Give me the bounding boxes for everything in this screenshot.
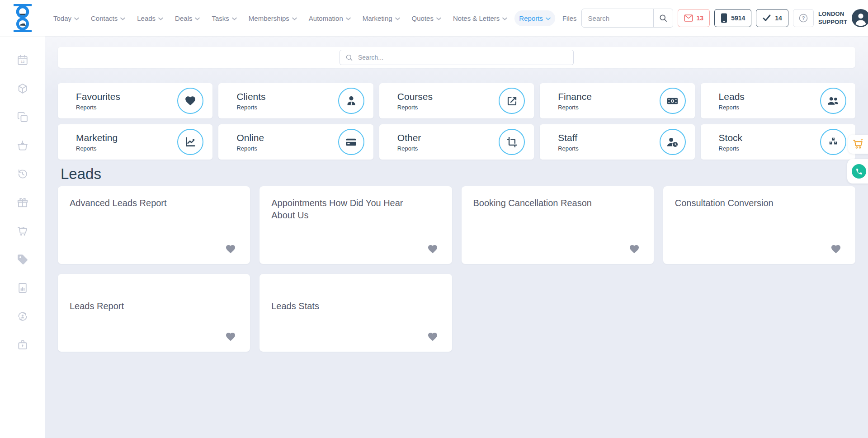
category-title: Courses: [397, 91, 499, 102]
nav-item-reports[interactable]: Reports: [514, 10, 555, 26]
header-search: [581, 9, 673, 28]
category-card-favourites[interactable]: Favourites Reports: [58, 83, 212, 118]
chevron-down-icon: [232, 17, 237, 20]
nav-label: Memberships: [249, 14, 289, 22]
tasks-button[interactable]: 14: [756, 9, 788, 27]
category-text: Marketing Reports: [58, 132, 177, 152]
favourite-heart-icon[interactable]: [830, 243, 842, 255]
category-card-stock[interactable]: Stock Reports: [701, 124, 855, 160]
external-link-icon: [499, 88, 525, 114]
category-subtitle: Reports: [397, 104, 499, 111]
phone-icon: [852, 164, 866, 179]
credit-card-icon: [338, 129, 364, 155]
tasks-count: 14: [775, 14, 782, 22]
category-subtitle: Reports: [719, 145, 820, 152]
category-subtitle: Reports: [558, 104, 659, 111]
nav-item-files[interactable]: Files: [558, 10, 581, 26]
sidebar-user-sync-icon[interactable]: [17, 311, 28, 322]
messages-count: 13: [697, 14, 704, 22]
chevron-down-icon: [120, 17, 125, 20]
category-title: Staff: [558, 132, 659, 143]
sidebar-history-icon[interactable]: [17, 168, 28, 180]
sidebar-price-tag-icon[interactable]: [17, 254, 28, 265]
report-title: Advanced Leads Report: [70, 197, 225, 209]
category-card-online[interactable]: Online Reports: [218, 124, 373, 160]
help-button[interactable]: ?: [793, 9, 814, 27]
category-card-staff[interactable]: Staff Reports: [540, 124, 694, 160]
favourite-heart-icon[interactable]: [225, 243, 236, 255]
nav-item-automation[interactable]: Automation: [304, 10, 355, 26]
floating-call-button[interactable]: [847, 159, 868, 184]
report-title: Leads Stats: [271, 300, 426, 312]
nav-label: Tasks: [212, 14, 229, 22]
report-card-booking-cancellation-reason[interactable]: Booking Cancellation Reason: [462, 186, 654, 264]
nav-item-tasks[interactable]: Tasks: [207, 10, 241, 26]
chevron-down-icon: [292, 17, 297, 20]
report-search: [340, 50, 574, 65]
category-text: Favourites Reports: [58, 91, 177, 111]
chevron-down-icon: [346, 17, 351, 20]
sidebar-package-icon[interactable]: [17, 83, 28, 94]
sidebar-cart-icon[interactable]: [17, 225, 28, 237]
sidebar-bag-arrow-icon[interactable]: [17, 140, 28, 151]
sidebar-report-document-icon[interactable]: [17, 282, 28, 294]
crop-icon: [499, 129, 525, 155]
search-icon: [345, 54, 353, 61]
category-card-clients[interactable]: Clients Reports: [218, 83, 373, 118]
category-card-marketing[interactable]: Marketing Reports: [58, 124, 212, 160]
nav-item-memberships[interactable]: Memberships: [244, 10, 302, 26]
header-search-button[interactable]: [653, 9, 673, 27]
user-clock-icon: [660, 129, 686, 155]
nav-label: Deals: [175, 14, 192, 22]
favourite-heart-icon[interactable]: [628, 243, 640, 255]
category-card-other[interactable]: Other Reports: [379, 124, 534, 160]
category-title: Leads: [719, 91, 820, 102]
report-search-card: [58, 47, 855, 68]
report-card-leads-stats[interactable]: Leads Stats: [259, 274, 452, 352]
category-card-courses[interactable]: Courses Reports: [379, 83, 534, 118]
nav-item-leads[interactable]: Leads: [132, 10, 168, 26]
chevron-down-icon: [436, 17, 441, 20]
sidebar-briefcase-lock-icon[interactable]: [17, 339, 28, 351]
category-subtitle: Reports: [236, 104, 338, 111]
sms-count: 5914: [731, 14, 745, 22]
report-search-input[interactable]: [357, 53, 568, 61]
nav-item-marketing[interactable]: Marketing: [358, 10, 405, 26]
floating-cart-button[interactable]: [848, 135, 868, 154]
nav-label: Leads: [137, 14, 156, 22]
favourite-heart-icon[interactable]: [427, 331, 439, 343]
category-text: Courses Reports: [379, 91, 499, 111]
app-logo[interactable]: [0, 0, 45, 36]
sidebar-gift-icon[interactable]: [17, 197, 28, 208]
category-subtitle: Reports: [397, 145, 499, 152]
report-card-leads-report[interactable]: Leads Report: [58, 274, 250, 352]
category-text: Leads Reports: [701, 91, 820, 111]
category-card-leads[interactable]: Leads Reports: [701, 83, 855, 118]
sidebar-calendar-icon[interactable]: 12: [17, 54, 28, 66]
user-avatar[interactable]: [852, 9, 868, 27]
report-card-advanced-leads-report[interactable]: Advanced Leads Report: [58, 186, 250, 264]
category-card-finance[interactable]: Finance Reports: [540, 83, 694, 118]
favourite-heart-icon[interactable]: [427, 243, 439, 255]
nav-label: Marketing: [363, 14, 392, 22]
chevron-down-icon: [195, 17, 200, 20]
report-title: Appointments How Did You Hear About Us: [271, 197, 426, 221]
sms-button[interactable]: 5914: [714, 9, 751, 27]
nav-label: Reports: [519, 14, 543, 22]
report-card-consultation-conversion[interactable]: Consultation Conversion: [663, 186, 855, 264]
report-card-appointments-how-did-you-hear[interactable]: Appointments How Did You Hear About Us: [259, 186, 452, 264]
user-name[interactable]: LONDON SUPPORT: [818, 10, 847, 26]
nav-label: Quotes: [412, 14, 434, 22]
sidebar-copy-icon[interactable]: [17, 111, 28, 123]
category-text: Staff Reports: [540, 132, 659, 152]
heart-icon: [177, 88, 203, 114]
main-nav: Today Contacts Leads Deals Tasks Members…: [49, 10, 581, 26]
header-search-input[interactable]: [582, 9, 653, 27]
nav-item-today[interactable]: Today: [49, 10, 84, 26]
nav-item-contacts[interactable]: Contacts: [86, 10, 130, 26]
messages-button[interactable]: 13: [678, 9, 710, 27]
nav-item-notes-letters[interactable]: Notes & Letters: [448, 10, 512, 26]
favourite-heart-icon[interactable]: [225, 331, 236, 343]
nav-item-quotes[interactable]: Quotes: [407, 10, 446, 26]
nav-item-deals[interactable]: Deals: [170, 10, 204, 26]
